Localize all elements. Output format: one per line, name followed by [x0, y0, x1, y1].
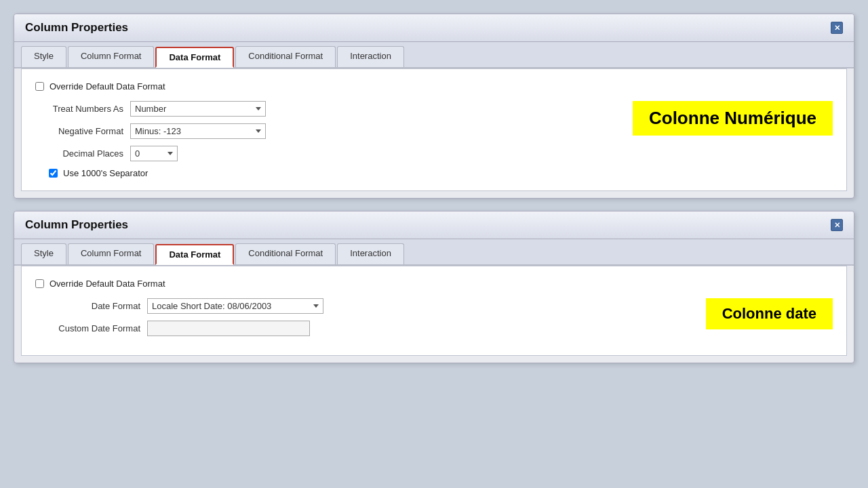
tab-conditional-format-1[interactable]: Conditional Format: [235, 46, 336, 67]
panel-title-text-2: Column Properties: [25, 218, 128, 232]
tab-column-format-2[interactable]: Column Format: [68, 243, 155, 264]
tab-data-format-1[interactable]: Data Format: [155, 47, 234, 68]
annotation-numeric: Colonne Numérique: [633, 101, 833, 136]
tab-content-1: Override Default Data Format Treat Numbe…: [21, 68, 847, 191]
tab-interaction-2[interactable]: Interaction: [337, 243, 404, 264]
separator-checkbox[interactable]: [49, 169, 58, 178]
override-checkbox-1[interactable]: [35, 82, 44, 91]
decimal-places-row: Decimal Places 0: [35, 146, 266, 161]
tab-data-format-2[interactable]: Data Format: [155, 244, 234, 265]
negative-format-label: Negative Format: [35, 126, 130, 136]
tab-style-1[interactable]: Style: [21, 46, 66, 67]
negative-format-select[interactable]: Minus: -123: [130, 123, 266, 139]
custom-date-input[interactable]: [147, 321, 310, 336]
tab-bar-2: Style Column Format Data Format Conditio…: [14, 239, 854, 266]
panel-title-2: Column Properties ✕: [14, 211, 854, 239]
custom-date-label: Custom Date Format: [35, 323, 147, 333]
override-label-1: Override Default Data Format: [50, 81, 165, 92]
close-button-2[interactable]: ✕: [831, 219, 843, 231]
panel-title-1: Column Properties ✕: [14, 14, 854, 42]
custom-date-row: Custom Date Format: [35, 321, 323, 336]
tab-bar-1: Style Column Format Data Format Conditio…: [14, 42, 854, 68]
tab-style-2[interactable]: Style: [21, 243, 66, 264]
column-properties-panel-1: Column Properties ✕ Style Column Format …: [14, 14, 854, 199]
override-row-2: Override Default Data Format: [35, 279, 833, 289]
treat-numbers-select[interactable]: Number: [130, 101, 266, 117]
negative-format-row: Negative Format Minus: -123: [35, 123, 266, 139]
override-label-2: Override Default Data Format: [50, 279, 165, 289]
decimal-places-select[interactable]: 0: [130, 146, 178, 161]
separator-label: Use 1000's Separator: [63, 168, 148, 178]
date-format-row: Date Format Locale Short Date: 08/06/200…: [35, 298, 323, 314]
tab-interaction-1[interactable]: Interaction: [337, 46, 404, 67]
decimal-places-label: Decimal Places: [35, 148, 130, 159]
column-properties-panel-2: Column Properties ✕ Style Column Format …: [14, 211, 854, 363]
annotation-date: Colonne date: [706, 298, 833, 329]
panel-title-text-1: Column Properties: [25, 21, 128, 35]
treat-numbers-row: Treat Numbers As Number: [35, 101, 266, 117]
date-format-label: Date Format: [35, 301, 147, 311]
tab-column-format-1[interactable]: Column Format: [68, 46, 155, 67]
close-button-1[interactable]: ✕: [831, 22, 843, 34]
override-row-1: Override Default Data Format: [35, 81, 833, 92]
separator-row: Use 1000's Separator: [49, 168, 266, 178]
tab-content-2: Override Default Data Format Date Format…: [21, 266, 847, 356]
override-checkbox-2[interactable]: [35, 279, 44, 288]
treat-numbers-label: Treat Numbers As: [35, 104, 130, 114]
date-format-select[interactable]: Locale Short Date: 08/06/2003: [147, 298, 323, 314]
tab-conditional-format-2[interactable]: Conditional Format: [235, 243, 336, 264]
